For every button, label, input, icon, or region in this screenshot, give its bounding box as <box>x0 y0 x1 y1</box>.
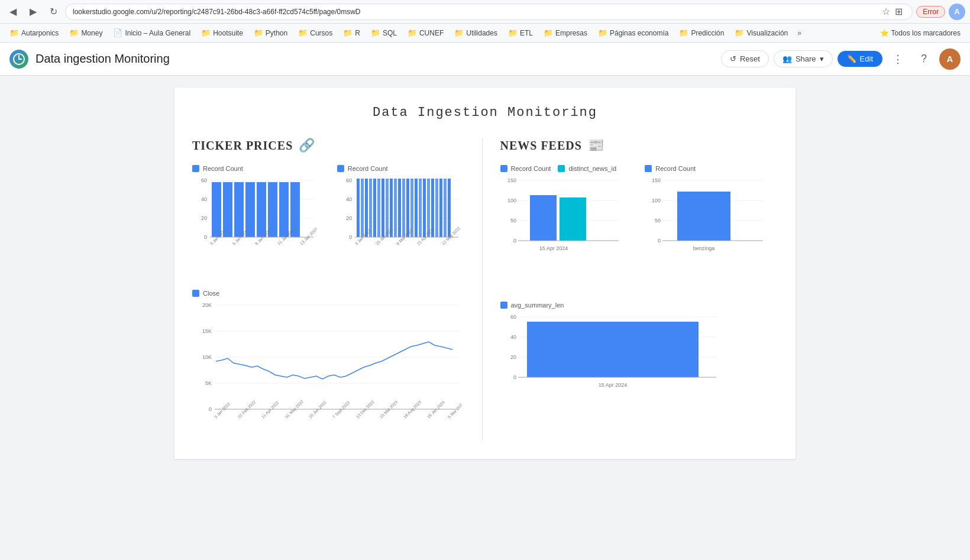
svg-rect-46 <box>419 179 422 237</box>
bookmark-label: Inicio – Aula General <box>125 29 190 37</box>
chart4-box: Record Count distinct_news_id <box>500 165 633 284</box>
legend-blue-dot <box>192 165 199 172</box>
chart5-legend-label: Record Count <box>655 165 696 172</box>
bookmark-prediccion[interactable]: 📁 Predicción <box>674 26 729 40</box>
svg-rect-41 <box>398 179 401 237</box>
svg-rect-50 <box>435 179 438 237</box>
svg-text:50: 50 <box>655 218 661 224</box>
folder-icon: 📁 <box>201 28 211 37</box>
svg-text:20: 20 <box>201 215 207 221</box>
edit-button[interactable]: ✏️ Edit <box>838 51 882 67</box>
bookmark-r[interactable]: 📁 R <box>338 26 365 40</box>
svg-text:15K: 15K <box>202 328 212 334</box>
news-feeds-header: News Feeds 📰 <box>500 138 778 153</box>
folder-icon: 📁 <box>371 28 380 37</box>
bookmark-hootsuite[interactable]: 📁 Hootsuite <box>196 26 248 40</box>
svg-rect-51 <box>439 179 442 237</box>
svg-rect-12 <box>245 182 255 237</box>
right-top-charts: Record Count distinct_news_id <box>500 165 778 284</box>
chart5-legend-dot <box>645 165 652 172</box>
bookmark-label: Visualización <box>746 29 788 37</box>
reload-button[interactable]: ↻ <box>45 4 62 20</box>
folder-icon: 📁 <box>735 28 744 37</box>
bookmark-label: Hootsuite <box>213 29 243 37</box>
close-chart-svg: 20K 15K 10K 5K 0 3 Jan 2022 22 Feb 2022 … <box>192 299 461 441</box>
chart1-legend-label: Record Count <box>203 165 243 172</box>
svg-text:0: 0 <box>209 406 212 412</box>
profile-icon[interactable]: A <box>949 4 965 20</box>
left-column: Ticker Prices 🔗 Record Count <box>192 138 483 441</box>
svg-rect-52 <box>444 179 447 237</box>
chart4-legend1: Record Count <box>500 165 551 172</box>
ticker-prices-header: Ticker Prices 🔗 <box>192 138 470 153</box>
chart4-legend2: distinct_news_id <box>558 165 616 172</box>
bookmark-paginas[interactable]: 📁 Páginas economía <box>593 26 673 40</box>
ticker-prices-title: Ticker Prices <box>192 139 293 153</box>
svg-text:20: 20 <box>510 354 516 360</box>
svg-rect-9 <box>212 182 221 237</box>
bookmark-money[interactable]: 📁 Money <box>64 26 107 40</box>
bookmark-empresas[interactable]: 📁 Empresas <box>539 26 592 40</box>
bookmark-sql[interactable]: 📁 SQL <box>366 26 402 40</box>
svg-text:15 Apr 2024: 15 Apr 2024 <box>598 382 627 388</box>
back-button[interactable]: ◀ <box>5 4 21 20</box>
bookmark-aula[interactable]: 📄 Inicio – Aula General <box>108 26 195 40</box>
svg-text:18 Aug 2023: 18 Aug 2023 <box>403 400 423 420</box>
help-button[interactable]: ? <box>913 48 935 70</box>
bookmark-cursos[interactable]: 📁 Cursos <box>293 26 337 40</box>
chart5-svg: 150 100 50 0 benzinga <box>645 174 766 284</box>
report-container: Data Ingestion Monitoring Ticker Prices … <box>174 88 796 459</box>
close-legend-dot <box>192 290 199 297</box>
bookmark-python[interactable]: 📁 Python <box>249 26 292 40</box>
bookmark-utilidades[interactable]: 📁 Utilidades <box>450 26 502 40</box>
bookmark-visualizacion[interactable]: 📁 Visualización <box>730 26 793 40</box>
chart2-svg: 60 40 20 0 <box>337 174 461 278</box>
more-options-button[interactable]: ⋮ <box>887 48 908 70</box>
close-chart-box: Close 20K 15K 10K 5K 0 <box>192 290 470 441</box>
error-button[interactable]: Error <box>916 6 945 18</box>
svg-text:benzinga: benzinga <box>693 245 715 251</box>
chart1-box: Record Count 60 40 20 0 <box>192 165 325 278</box>
folder-icon: 📁 <box>298 28 308 37</box>
user-avatar[interactable]: A <box>939 48 961 70</box>
bookmark-label: Todos los marcadores <box>891 29 961 37</box>
folder-icon: 📁 <box>343 28 353 37</box>
bookmark-star-button[interactable]: ☆ <box>880 6 893 17</box>
svg-rect-47 <box>423 179 426 237</box>
reset-icon: ↺ <box>730 54 736 63</box>
todos-marcadores-button[interactable]: ⭐ Todos los marcadores <box>875 27 965 40</box>
bookmark-label: Predicción <box>691 29 724 37</box>
reset-button[interactable]: ↺ Reset <box>721 50 769 67</box>
share-button[interactable]: 👥 Share ▾ <box>774 50 833 67</box>
main-content: Data Ingestion Monitoring Ticker Prices … <box>0 76 970 560</box>
chart1-legend: Record Count <box>192 165 325 172</box>
browser-bar: ◀ ▶ ↻ lookerstudio.google.com/u/2/report… <box>0 0 970 24</box>
svg-text:60: 60 <box>201 177 207 183</box>
bookmark-label: Python <box>266 29 287 37</box>
url-text: lookerstudio.google.com/u/2/reporting/c2… <box>73 8 880 16</box>
right-column: News Feeds 📰 Record Count <box>483 138 778 441</box>
extension-button[interactable]: ⊞ <box>893 6 905 17</box>
svg-rect-31 <box>357 179 360 237</box>
app-header: Data ingestion Monitoring ↺ Reset 👥 Shar… <box>0 43 970 76</box>
svg-text:50: 50 <box>510 218 516 224</box>
bookmark-autarponics[interactable]: 📁 Autarponics <box>5 26 63 40</box>
app-logo <box>9 50 28 69</box>
bookmarks-more-button[interactable]: » <box>794 27 805 40</box>
chart2-legend: Record Count <box>337 165 470 172</box>
forward-button[interactable]: ▶ <box>25 4 41 20</box>
ticker-icon: 🔗 <box>299 138 315 153</box>
bookmark-label: SQL <box>383 29 397 37</box>
bookmark-etl[interactable]: 📁 ETL <box>503 26 538 40</box>
svg-rect-40 <box>394 179 397 237</box>
bookmark-cunef[interactable]: 📁 CUNEF <box>403 26 448 40</box>
svg-rect-11 <box>234 182 244 237</box>
bookmark-label: Páginas economía <box>610 29 668 37</box>
bookmark-label: Utilidades <box>466 29 497 37</box>
share-chevron-icon: ▾ <box>820 54 824 63</box>
folder-icon: 📁 <box>254 28 263 37</box>
url-bar[interactable]: lookerstudio.google.com/u/2/reporting/c2… <box>65 4 913 20</box>
svg-text:13 Jan 2022: 13 Jan 2022 <box>299 226 316 245</box>
chart6-legend-label: avg_summary_len <box>511 302 564 309</box>
svg-rect-91 <box>560 198 586 241</box>
